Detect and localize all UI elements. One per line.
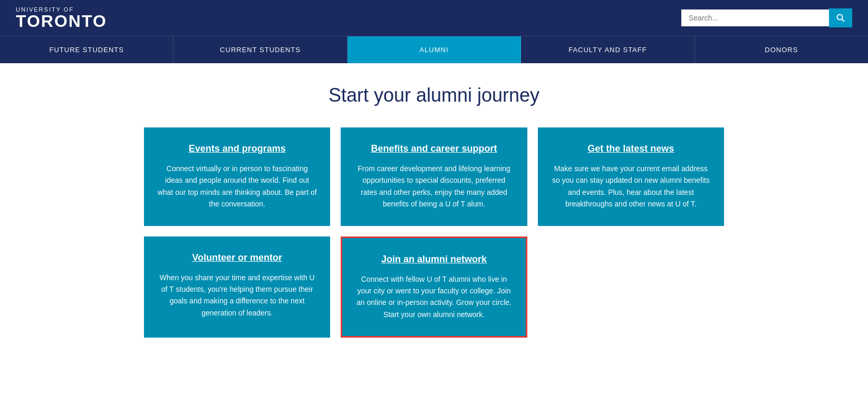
nav-faculty-staff[interactable]: FACULTY AND STAFF xyxy=(521,36,695,63)
nav-alumni[interactable]: ALUMNI xyxy=(348,36,521,63)
search-button[interactable] xyxy=(829,8,852,27)
nav-current-students[interactable]: CURRENT STUDENTS xyxy=(173,36,347,63)
card-events-programs-title: Events and programs xyxy=(157,143,317,154)
search-input[interactable] xyxy=(681,9,829,26)
card-benefits-career[interactable]: Benefits and career support From career … xyxy=(341,127,527,226)
search-area xyxy=(681,8,852,27)
card-events-programs[interactable]: Events and programs Connect virtually or… xyxy=(144,127,330,226)
toronto-label: TORONTO xyxy=(16,13,107,29)
card-empty-slot xyxy=(538,236,724,338)
card-volunteer-mentor-body: When you share your time and expertise w… xyxy=(157,272,317,319)
card-latest-news-body: Make sure we have your current email add… xyxy=(551,163,711,210)
card-benefits-career-body: From career development and lifelong lea… xyxy=(354,163,514,210)
search-icon xyxy=(836,14,845,22)
card-events-programs-body: Connect virtually or in person to fascin… xyxy=(157,163,317,210)
card-latest-news[interactable]: Get the latest news Make sure we have yo… xyxy=(538,127,724,226)
main-content: Start your alumni journey Events and pro… xyxy=(118,63,750,369)
page-title: Start your alumni journey xyxy=(128,84,740,106)
card-volunteer-mentor[interactable]: Volunteer or mentor When you share your … xyxy=(144,236,330,338)
nav-donors[interactable]: DONORS xyxy=(695,36,868,63)
card-volunteer-mentor-title: Volunteer or mentor xyxy=(157,252,317,263)
card-alumni-network[interactable]: Join an alumni network Connect with fell… xyxy=(341,236,527,338)
svg-point-0 xyxy=(837,15,843,20)
card-benefits-career-title: Benefits and career support xyxy=(354,143,514,154)
card-alumni-network-body: Connect with fellow U of T alumni who li… xyxy=(355,273,512,321)
site-header: UNIVERSITY OF TORONTO xyxy=(0,0,868,36)
card-alumni-network-title: Join an alumni network xyxy=(355,254,512,265)
card-latest-news-title: Get the latest news xyxy=(551,143,711,154)
main-nav: FUTURE STUDENTS CURRENT STUDENTS ALUMNI … xyxy=(0,36,868,63)
svg-line-1 xyxy=(842,19,845,22)
cards-row-2: Volunteer or mentor When you share your … xyxy=(144,236,724,338)
cards-row-1: Events and programs Connect virtually or… xyxy=(144,127,724,226)
nav-future-students[interactable]: FUTURE STUDENTS xyxy=(0,36,173,63)
logo[interactable]: UNIVERSITY OF TORONTO xyxy=(16,6,107,29)
